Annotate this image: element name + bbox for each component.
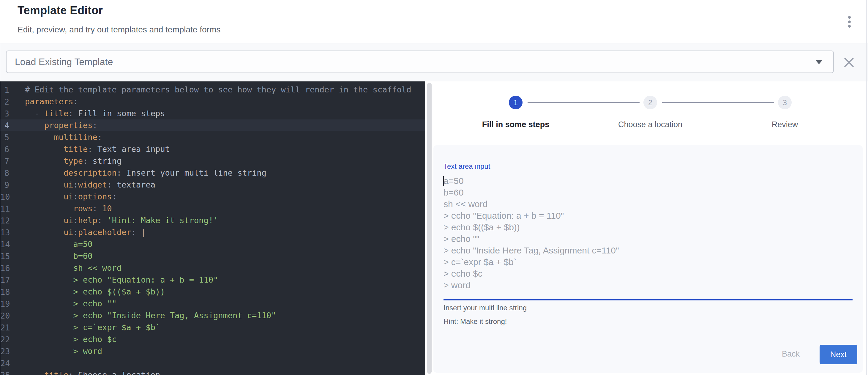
line-number: 19	[0, 299, 9, 308]
textarea-placeholder-line: > c=`expr $a + $b`	[443, 256, 852, 268]
select-placeholder: Load Existing Template	[15, 51, 113, 72]
load-template-select[interactable]: Load Existing Template	[6, 51, 834, 73]
editor-line[interactable]: 4 properties:	[0, 120, 425, 131]
textarea-placeholder-line: > echo $(($a + $b))	[443, 221, 852, 233]
line-number: 25	[0, 371, 9, 375]
textarea-input[interactable]: a=50b=60sh << word> echo "Equation: a + …	[443, 175, 852, 294]
clear-selection-button[interactable]	[842, 56, 856, 69]
line-number: 21	[0, 323, 9, 332]
editor-line[interactable]: 19 > echo ""	[0, 298, 425, 310]
editor-line[interactable]: 12 ui:help: 'Hint: Make it strong!'	[0, 215, 425, 226]
code-line-text: title: Text area input	[25, 143, 170, 155]
code-line-text: - title: Choose a location	[25, 369, 160, 375]
code-line-text: ui:widget: textarea	[25, 179, 155, 191]
line-number: 9	[0, 180, 9, 190]
editor-line[interactable]: 2parameters:	[0, 96, 425, 107]
line-number: 4	[0, 121, 9, 130]
line-number: 7	[0, 157, 9, 166]
editor-line[interactable]: 9 ui:widget: textarea	[0, 179, 425, 191]
line-number: 20	[0, 311, 9, 320]
page-header: Template Editor Edit, preview, and try o…	[0, 0, 868, 43]
page-title: Template Editor	[18, 4, 103, 17]
line-number: 6	[0, 145, 9, 154]
editor-code-lines: 1# Edit the template parameters below to…	[0, 84, 425, 375]
line-number: 3	[0, 109, 9, 118]
step-label-2: Choose a location	[618, 120, 682, 129]
field-hint: Hint: Make it strong!	[443, 317, 507, 326]
kebab-dot-icon	[848, 25, 851, 28]
code-line-text: type: string	[25, 155, 122, 167]
back-button[interactable]: Back	[772, 344, 809, 364]
code-line-text: - title: Fill in some steps	[25, 107, 165, 120]
textarea-placeholder-line: > word	[443, 279, 852, 291]
textarea-placeholder-line: > echo "Inside Here Tag, Assignment c=11…	[443, 245, 852, 256]
code-line-text: properties:	[25, 120, 97, 131]
editor-line[interactable]: 17 > echo "Equation: a + b = 110"	[0, 274, 425, 286]
line-number: 16	[0, 263, 9, 273]
editor-line[interactable]: 11 rows: 10	[0, 202, 425, 215]
code-line-text: sh << word	[25, 262, 122, 274]
step-label-1: Fill in some steps	[482, 120, 550, 129]
page-subtitle: Edit, preview, and try out templates and…	[18, 25, 220, 34]
yaml-code-editor[interactable]: 1# Edit the template parameters below to…	[0, 82, 425, 375]
code-line-text: b=60	[25, 250, 93, 262]
next-button[interactable]: Next	[819, 345, 857, 364]
step-indicator-2: 2	[644, 96, 657, 110]
code-line-text: ui:help: 'Hint: Make it strong!'	[25, 215, 218, 226]
line-number: 23	[0, 347, 9, 356]
editor-line[interactable]: 20 > echo "Inside Here Tag, Assignment c…	[0, 310, 425, 321]
step-indicator-1: 1	[509, 96, 523, 110]
editor-line[interactable]: 22 > echo $c	[0, 334, 425, 345]
editor-line[interactable]: 8 description: Insert your multi line st…	[0, 167, 425, 179]
code-line-text: ui:placeholder: |	[25, 226, 146, 238]
more-options-button[interactable]	[842, 12, 857, 31]
line-number: 8	[0, 168, 9, 178]
editor-line[interactable]: 21 > c=`expr $a + $b`	[0, 321, 425, 334]
field-label: Text area input	[443, 162, 490, 170]
line-number: 11	[0, 204, 9, 213]
editor-line[interactable]: 3 - title: Fill in some steps	[0, 107, 425, 120]
editor-line[interactable]: 13 ui:placeholder: |	[0, 226, 425, 238]
editor-line[interactable]: 23 > word	[0, 345, 425, 357]
code-line-text: > echo ""	[25, 298, 117, 310]
textarea-placeholder-line: > echo "Equation: a + b = 110"	[443, 210, 852, 221]
vertical-scrollbar[interactable]	[427, 83, 432, 374]
editor-line[interactable]: 25 - title: Choose a location	[0, 369, 425, 375]
line-number: 17	[0, 276, 9, 285]
code-line-text: > echo "Inside Here Tag, Assignment c=11…	[25, 310, 276, 321]
line-number: 22	[0, 335, 9, 344]
editor-line[interactable]: 24	[0, 357, 425, 369]
textarea-placeholder-line: > echo ""	[443, 233, 852, 245]
field-description: Insert your multi line string	[443, 304, 527, 312]
form-step-card: Text area input a=50b=60sh << word> echo…	[433, 145, 863, 373]
code-line-text: > c=`expr $a + $b`	[25, 321, 160, 334]
editor-line[interactable]: 7 type: string	[0, 155, 425, 167]
editor-line[interactable]: 15 b=60	[0, 250, 425, 262]
line-number: 1	[0, 85, 9, 94]
template-editor-page: Template Editor Edit, preview, and try o…	[0, 0, 868, 375]
code-line-text: ui:options:	[25, 191, 117, 202]
kebab-dot-icon	[848, 21, 851, 23]
step-label-3: Review	[772, 120, 798, 129]
editor-line[interactable]: 16 sh << word	[0, 262, 425, 274]
textarea-placeholder-line: > echo $c	[443, 268, 852, 279]
step-connector	[662, 102, 774, 103]
wizard-stepper: 1Fill in some steps2Choose a location3Re…	[433, 82, 867, 138]
code-line-text: > echo $c	[25, 334, 117, 345]
textarea-placeholder-line: b=60	[443, 187, 852, 198]
line-number: 18	[0, 287, 9, 296]
editor-line[interactable]: 14 a=50	[0, 238, 425, 250]
close-icon	[842, 56, 856, 69]
textarea-focus-underline	[443, 299, 852, 301]
textarea-placeholder-line: sh << word	[443, 198, 852, 210]
editor-line[interactable]: 18 > echo $(($a + $b))	[0, 286, 425, 298]
line-number: 12	[0, 216, 9, 225]
editor-line[interactable]: 5 multiline:	[0, 131, 425, 143]
editor-line[interactable]: 10 ui:options:	[0, 191, 425, 202]
chevron-down-icon	[815, 60, 823, 64]
editor-line[interactable]: 1# Edit the template parameters below to…	[0, 84, 425, 96]
textarea-placeholder-line: a=50	[443, 175, 852, 187]
line-number: 5	[0, 133, 9, 142]
code-line-text: parameters:	[25, 96, 78, 107]
editor-line[interactable]: 6 title: Text area input	[0, 143, 425, 155]
